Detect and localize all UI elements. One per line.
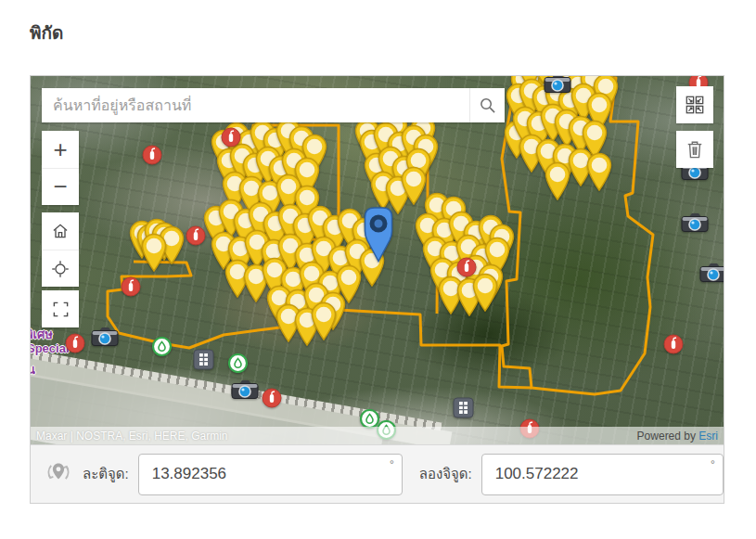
map-search-bar xyxy=(42,88,505,122)
powered-by: Powered by Esri xyxy=(637,430,718,443)
longitude-label: ลองจิจูด: xyxy=(419,463,472,485)
extent-button[interactable] xyxy=(676,86,713,123)
longitude-field-wrap: ° xyxy=(481,454,724,495)
page-title: พิกัด xyxy=(30,19,63,46)
locate-icon xyxy=(51,260,70,278)
degree-symbol: ° xyxy=(711,458,715,471)
trash-icon xyxy=(686,139,704,160)
degree-symbol: ° xyxy=(390,458,394,471)
fullscreen-button[interactable] xyxy=(42,290,79,327)
search-input[interactable] xyxy=(42,88,469,122)
home-button[interactable] xyxy=(42,212,79,250)
latitude-label: ละติจูด: xyxy=(83,463,129,485)
coordinate-bar: ละติจูด: ° ลองจิจูด: ° xyxy=(31,444,724,503)
fullscreen-icon xyxy=(52,301,70,318)
attribution-sources: Maxar | NOSTRA, Esri, HERE, Garmin xyxy=(36,430,227,443)
locate-button[interactable] xyxy=(42,250,79,287)
zoom-in-button[interactable]: + xyxy=(42,131,79,168)
coordinate-picker-page: พิกัด พิเศษSpecialน xyxy=(0,0,756,539)
fullscreen-group xyxy=(42,290,79,327)
coordinate-pin-icon xyxy=(44,457,73,491)
search-icon xyxy=(479,96,496,114)
esri-link[interactable]: Esri xyxy=(698,430,718,443)
longitude-input[interactable] xyxy=(482,455,723,494)
road-label: น xyxy=(31,360,35,379)
map-widget: พิเศษSpecialน xyxy=(30,75,724,504)
zoom-control-group: + − xyxy=(42,131,79,205)
home-icon xyxy=(51,222,70,240)
home-locate-group xyxy=(42,212,79,287)
road-label: Special xyxy=(31,341,70,355)
extent-icon xyxy=(685,95,705,115)
map-attribution: Maxar | NOSTRA, Esri, HERE, Garmin Power… xyxy=(31,427,724,444)
search-button[interactable] xyxy=(469,88,505,122)
zoom-out-button[interactable]: − xyxy=(42,168,79,205)
clear-graphics-button[interactable] xyxy=(676,131,713,168)
latitude-field-wrap: ° xyxy=(138,454,403,495)
map-canvas[interactable]: พิเศษSpecialน xyxy=(31,76,724,444)
latitude-input[interactable] xyxy=(139,455,402,494)
